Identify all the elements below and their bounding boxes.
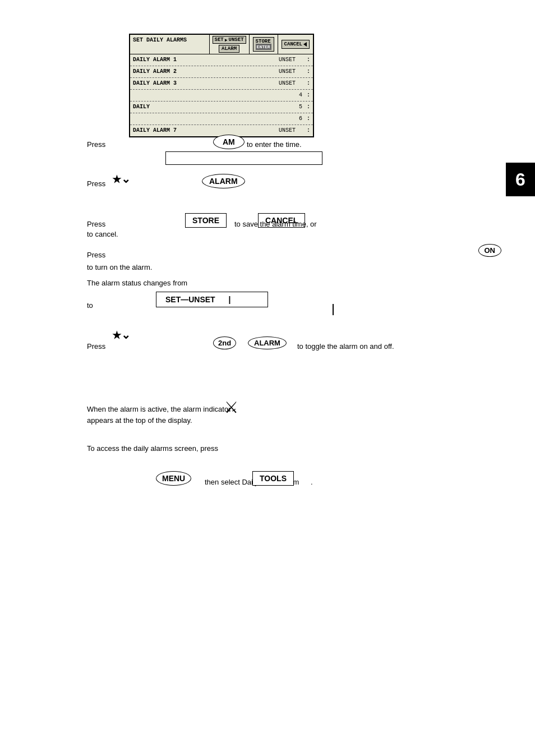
lcd-row-3: DAILY ALARM 3 UNSET :: [130, 78, 313, 90]
lcd-cancel-button: CANCEL: [282, 40, 310, 49]
lcd-row-6: 6 :: [130, 113, 313, 125]
lcd-set-unset-btn: SET ► UNSET ALARM: [210, 35, 250, 54]
menu-button[interactable]: MENU: [156, 471, 191, 486]
second-button[interactable]: 2nd: [213, 336, 236, 349]
text-status-changes: The alarm status changes from: [87, 278, 187, 289]
arrow-left-icon: [303, 42, 307, 47]
text-to-turn-on: to turn on the alarm.: [87, 262, 152, 273]
page-number: 6: [506, 163, 535, 196]
text-alarm-indicator: appears at the top of the display.: [87, 415, 192, 426]
lcd-store-button: STORE ENTER: [253, 37, 274, 52]
lcd-cancel-area: CANCEL: [278, 35, 313, 54]
lcd-row-1: DAILY ALARM 1 UNSET :: [130, 54, 313, 66]
alarm-button-2[interactable]: ALARM: [248, 336, 287, 349]
store-button[interactable]: STORE: [185, 213, 227, 228]
lcd-row-4: 4 :: [130, 90, 313, 102]
text-press-2: Press: [87, 178, 105, 190]
text-press-4: Press: [87, 250, 105, 261]
star-marker-1: ★⌄: [112, 172, 131, 186]
lcd-header: SET DAILY ALARMS SET ► UNSET ALARM STORE…: [130, 35, 313, 54]
text-to-cancel: to cancel.: [87, 229, 118, 240]
tools-period: .: [311, 477, 313, 488]
text-enter-time: to enter the time.: [247, 139, 302, 150]
lcd-row-7: DAILY ALARM 7 UNSET :: [130, 125, 313, 136]
lcd-row-5: DAILY 5 :: [130, 102, 313, 113]
alarm-button-1[interactable]: ALARM: [202, 174, 245, 188]
lcd-title: SET DAILY ALARMS: [130, 35, 210, 54]
lcd-store-area: STORE ENTER: [250, 35, 278, 54]
lcd-alarm-label: ALARM: [219, 45, 239, 53]
star-marker-2: ★⌄: [112, 328, 131, 342]
text-press-5: Press: [87, 341, 105, 352]
time-input[interactable]: [165, 151, 322, 165]
cursor: [333, 304, 334, 315]
on-button[interactable]: ON: [478, 244, 502, 257]
tools-button[interactable]: TOOLS: [252, 471, 294, 486]
am-button[interactable]: AM: [213, 135, 245, 149]
text-access-daily: To access the daily alarms screen, press: [87, 443, 218, 454]
lcd-set-button: SET ► UNSET: [213, 36, 246, 44]
text-save-alarm: to save the alarm time, or: [234, 219, 317, 230]
text-toggle-alarm: to toggle the alarm on and off.: [297, 341, 394, 352]
text-alarm-active: When the alarm is active, the alarm indi…: [87, 404, 231, 415]
lcd-row-2: DAILY ALARM 2 UNSET :: [130, 66, 313, 78]
text-press-3: Press: [87, 219, 105, 230]
lcd-screen: SET DAILY ALARMS SET ► UNSET ALARM STORE…: [129, 34, 314, 137]
text-to-indicator: to: [87, 300, 93, 311]
text-press-1: Press: [87, 139, 105, 150]
set-unset-display: SET—UNSET |: [156, 292, 268, 307]
